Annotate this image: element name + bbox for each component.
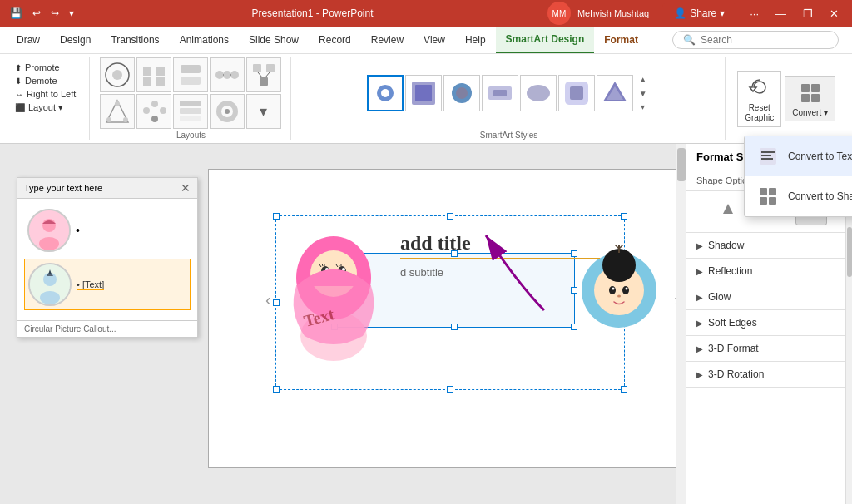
slide-scrollbar[interactable]	[676, 144, 686, 504]
arrow-indicator	[469, 219, 552, 321]
convert-to-shapes-label: Convert to Shapes	[788, 190, 852, 202]
reflection-header[interactable]: ▶ Reflection	[686, 259, 852, 284]
threed-rotation-header[interactable]: ▶ 3-D Rotation	[686, 362, 852, 387]
threed-format-arrow: ▶	[696, 344, 703, 353]
glow-header[interactable]: ▶ Glow	[686, 284, 852, 309]
right-to-left-button[interactable]: ↔ Right to Left	[12, 87, 84, 101]
inner-handle-bc[interactable]	[451, 324, 458, 330]
layout-item-1[interactable]	[100, 57, 135, 92]
tab-smartart-design[interactable]: SmartArt Design	[496, 27, 595, 53]
more-options-button[interactable]: ···	[743, 6, 765, 22]
rtl-icon: ↔	[15, 90, 23, 99]
layout-item-5[interactable]	[246, 57, 281, 92]
fill-effects-tab[interactable]	[712, 198, 744, 225]
minimize-button[interactable]: —	[769, 6, 793, 22]
tab-draw[interactable]: Draw	[7, 27, 50, 52]
svg-point-80	[609, 286, 616, 294]
handle-ml[interactable]	[273, 299, 280, 306]
slide-scrollbar-thumb[interactable]	[677, 148, 686, 181]
layout-item-4[interactable]	[210, 57, 245, 92]
threed-format-header[interactable]: ▶ 3-D Format	[686, 336, 852, 361]
handle-tr[interactable]	[621, 213, 627, 220]
svg-rect-22	[143, 107, 150, 114]
style-4[interactable]	[482, 75, 518, 111]
layout-button[interactable]: ⬛ Layout ▾	[12, 101, 84, 115]
svg-rect-46	[801, 94, 810, 102]
tab-record[interactable]: Record	[309, 27, 361, 52]
svg-rect-6	[181, 65, 201, 73]
convert-to-text-item[interactable]: Convert to Text	[745, 136, 852, 176]
handle-tc[interactable]	[447, 213, 453, 220]
tab-view[interactable]: View	[414, 27, 455, 52]
svg-point-21	[106, 117, 111, 122]
tab-transitions[interactable]: Transitions	[101, 27, 169, 52]
layout-item-more[interactable]: ▾	[246, 94, 281, 129]
slide-arrow-left[interactable]: ‹	[265, 290, 271, 309]
handle-tl[interactable]	[273, 213, 280, 220]
save-button[interactable]: 💾	[7, 6, 26, 21]
handle-br[interactable]	[621, 386, 627, 393]
layout-item-9[interactable]	[210, 94, 245, 129]
text-panel-close-button[interactable]: ✕	[181, 181, 191, 195]
layout-icon: ⬛	[15, 103, 25, 112]
style-scroll[interactable]: ▲ ▼ ▾	[635, 75, 651, 111]
share-button[interactable]: 👤 Share ▾	[662, 3, 736, 23]
undo-button[interactable]: ↩	[29, 6, 44, 21]
tab-slideshow[interactable]: Slide Show	[239, 27, 309, 52]
text-item-1[interactable]: •	[24, 205, 191, 255]
layout-item-6[interactable]	[100, 94, 135, 129]
convert-button[interactable]: Convert ▾	[785, 76, 835, 121]
svg-point-1	[112, 70, 122, 80]
reset-convert-items: ResetGraphic	[734, 57, 839, 140]
tab-format[interactable]: Format	[594, 27, 648, 52]
redo-button[interactable]: ↪	[47, 6, 62, 21]
promote-button[interactable]: ⬆ Promote	[12, 61, 84, 74]
username: Mehvish Mushtaq	[577, 8, 649, 18]
shadow-section: ▶ Shadow	[686, 233, 852, 259]
svg-rect-26	[180, 101, 201, 106]
restore-button[interactable]: ❐	[796, 6, 820, 22]
layout-item-7[interactable]	[136, 94, 171, 129]
svg-point-82	[612, 288, 615, 290]
text-item-2[interactable]: • [Text]	[24, 259, 191, 310]
svg-rect-51	[761, 158, 773, 160]
convert-wrapper: Convert ▾	[785, 76, 835, 121]
style-6[interactable]	[558, 75, 595, 111]
tab-review[interactable]: Review	[361, 27, 414, 52]
handle-bl[interactable]	[273, 386, 280, 393]
svg-rect-49	[761, 151, 775, 153]
svg-rect-7	[181, 77, 201, 85]
svg-point-61	[40, 291, 60, 304]
handle-bc[interactable]	[447, 386, 453, 393]
style-2[interactable]	[405, 75, 442, 111]
scrollbar-thumb[interactable]	[847, 227, 852, 277]
convert-icon	[797, 80, 824, 106]
layout-items: ▾	[100, 57, 283, 129]
demote-button[interactable]: ⬇ Demote	[12, 74, 84, 87]
style-3[interactable]	[443, 75, 480, 111]
slide-canvas[interactable]: Text	[208, 169, 686, 468]
bullet-1: •	[76, 224, 80, 237]
glow-section: ▶ Glow	[686, 284, 852, 310]
customize-button[interactable]: ▾	[66, 6, 77, 21]
convert-to-shapes-item[interactable]: Convert to Shapes	[745, 176, 852, 216]
svg-point-81	[622, 286, 629, 294]
search-input[interactable]	[701, 34, 828, 46]
style-selected[interactable]	[367, 75, 404, 111]
layout-item-2[interactable]	[136, 57, 171, 92]
shadow-header[interactable]: ▶ Shadow	[686, 233, 852, 258]
search-icon: 🔍	[683, 34, 696, 46]
style-7[interactable]	[597, 75, 633, 111]
layout-item-8[interactable]	[173, 94, 208, 129]
reset-graphic-button[interactable]: ResetGraphic	[737, 71, 781, 127]
reset-label: ResetGraphic	[745, 103, 774, 123]
quick-access-toolbar: 💾 ↩ ↪ ▾	[7, 6, 77, 21]
svg-rect-25	[151, 116, 158, 122]
tab-help[interactable]: Help	[455, 27, 496, 52]
soft-edges-header[interactable]: ▶ Soft Edges	[686, 310, 852, 335]
tab-design[interactable]: Design	[50, 27, 101, 52]
close-button[interactable]: ✕	[823, 6, 845, 22]
tab-animations[interactable]: Animations	[170, 27, 239, 52]
style-5[interactable]	[520, 75, 557, 111]
layout-item-3[interactable]	[173, 57, 208, 92]
